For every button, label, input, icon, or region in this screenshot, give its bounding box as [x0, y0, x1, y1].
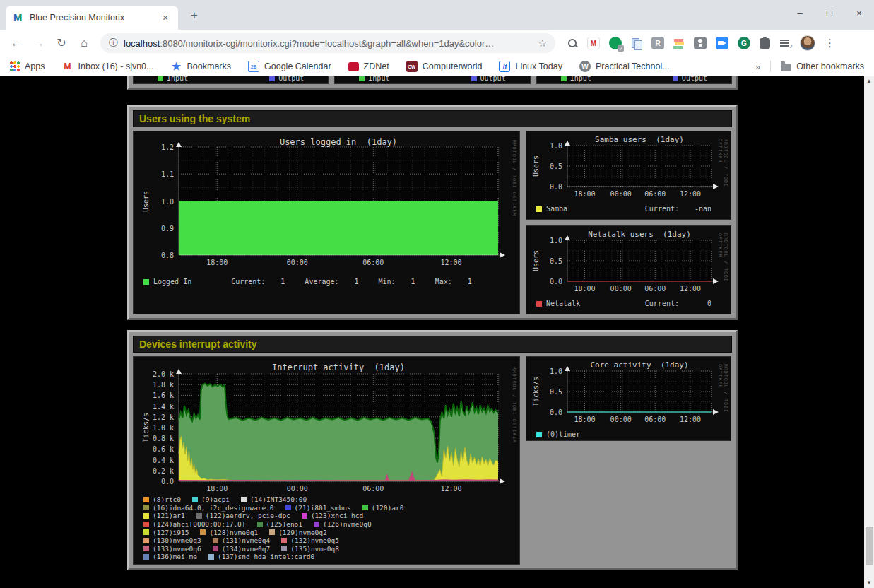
legend-label: Logged In [153, 278, 191, 286]
graph-users-logged-in: Users logged in (1day)Users1.21.11.00.90… [133, 131, 520, 314]
forward-button[interactable]: → [30, 34, 48, 52]
gmail-extension-icon[interactable]: M [587, 37, 600, 49]
tab-close-icon[interactable]: × [160, 12, 171, 23]
home-button[interactable]: ⌂ [75, 34, 93, 52]
grammarly-extension-icon[interactable]: G [738, 37, 750, 49]
lamp-extension-icon[interactable] [694, 37, 707, 49]
copy-pages-extension-icon[interactable] [631, 37, 642, 49]
legend-label: (122)aerdrv, pcie-dpc [206, 512, 290, 519]
legend-label: Netatalk [546, 300, 580, 307]
legend-swatch [143, 538, 149, 543]
new-tab-button[interactable]: + [187, 8, 202, 23]
browser-tab[interactable]: M Blue Precision Monitorix × [6, 6, 178, 30]
legend-label: (0)timer [546, 430, 580, 438]
scrollbar-thumb[interactable] [866, 527, 873, 565]
bookmark-practical-technology[interactable]: WPractical Technol... [579, 61, 670, 72]
y-tick-label: 1.0 k [140, 424, 174, 432]
reload-button[interactable]: ↻ [52, 34, 71, 52]
y-tick-label: 0.0 [528, 408, 562, 416]
stat-value: 0 [686, 300, 711, 307]
legend-swatch [269, 529, 275, 535]
stat-min: Min:1 [379, 278, 415, 286]
section-title-interrupts: Devices interrupt activity [133, 336, 732, 353]
zdnet-icon [348, 62, 359, 71]
y-tick-label: 0.5 [528, 163, 562, 170]
extensions-puzzle-icon[interactable] [760, 38, 770, 49]
graph-netatalk-users: Netatalk users (1day)Users1.00.50.018:00… [526, 225, 731, 314]
legend-label: (123)xhci_hcd [311, 512, 363, 519]
video-camera-extension-icon[interactable] [716, 37, 728, 49]
legend-row: (133)nvme0q6(134)nvme0q7(135)nvme0q8 [143, 545, 512, 553]
bookmark-bookmarks[interactable]: ★Bookmarks [171, 61, 232, 72]
star-icon: ★ [171, 61, 182, 72]
stat-value: 1 [403, 278, 415, 286]
browser-menu-icon[interactable]: ⋮ [825, 37, 832, 49]
legend-swatch [362, 505, 368, 510]
vertical-scrollbar[interactable]: ▲ ▼ [864, 76, 874, 588]
window-close-button[interactable]: × [854, 8, 864, 18]
stat-value: -nan [686, 205, 711, 213]
apps-grid-icon [10, 61, 20, 71]
bookmark-google-calendar[interactable]: 28Google Calendar [248, 61, 331, 72]
legend-swatch [241, 497, 247, 502]
legend-item: (125)eno1 [257, 520, 302, 528]
back-button[interactable]: ← [7, 34, 25, 52]
scroll-up-icon[interactable]: ▲ [864, 76, 874, 86]
y-tick-label: 1.2 k [140, 413, 174, 421]
legend-swatch [257, 522, 263, 527]
section-users: Users using the system Users logged in (… [127, 105, 738, 320]
y-tick-label: 2.0 k [140, 370, 174, 378]
stat-label: Min: [379, 278, 396, 286]
legend-swatch [143, 513, 149, 519]
legend-label: (133)nvme0q6 [153, 545, 201, 553]
interrupt-legend: (8)rtc0(9)acpi(14)INT3450:00(16)idma64.0… [143, 495, 512, 561]
output-swatch [471, 76, 477, 81]
search-icon[interactable] [567, 37, 578, 49]
stat-current: Current:0 [645, 300, 711, 307]
scroll-down-icon[interactable]: ▼ [864, 578, 874, 588]
r-extension-icon[interactable]: R [651, 37, 664, 49]
graph-interrupt-activity: Interrupt activity (1day)Ticks/s2.0 k1.8… [133, 356, 520, 565]
legend-item: (136)mei_me [143, 553, 197, 560]
bookmark-star-icon[interactable]: ☆ [538, 37, 547, 49]
legend-swatch [536, 206, 542, 212]
legend-row: (8)rtc0(9)acpi(14)INT3450:00 [143, 495, 512, 504]
legend-row: (130)nvme0q3(131)nvme0q4(132)nvme0q5 [143, 536, 512, 545]
y-tick-label: 1.0 [528, 142, 562, 150]
legend-row: (16)idma64.0, i2c_designware.0(21)i801_s… [143, 504, 512, 512]
legend-row: (121)ar1(122)aerdrv, pcie-dpc(123)xhci_h… [143, 512, 512, 520]
network-graph-panel: Input Output [133, 76, 329, 84]
legend-row: (0)timer [536, 430, 711, 438]
network-graph-panel: Input Output [536, 76, 732, 84]
url-text[interactable]: localhost:8080/monitorix-cgi/monitorix.c… [124, 38, 532, 49]
legend-row: (124)ahci[0000:00:17.0](125)eno1(126)nvm… [143, 520, 512, 529]
y-tick-label: 1.4 k [140, 403, 174, 411]
bookmark-inbox[interactable]: MInbox (16) - sjvn0... [62, 61, 154, 72]
graph-samba-users: Samba users (1day)Users1.00.50.018:0000:… [526, 131, 731, 220]
legend-swatch [302, 513, 307, 519]
legend-item: (135)nvme0q8 [281, 545, 339, 553]
y-tick-label: 1.0 [140, 198, 174, 206]
bookmark-computerworld[interactable]: CWComputerworld [406, 61, 483, 72]
google-voice-extension-icon[interactable] [609, 37, 622, 49]
window-maximize-button[interactable]: □ [825, 8, 834, 18]
window-minimize-button[interactable]: – [795, 8, 805, 18]
bookmark-linux-today[interactable]: ltLinux Today [499, 61, 562, 72]
page-info-icon[interactable]: ⓘ [109, 37, 118, 49]
playlist-extension-icon[interactable] [779, 38, 791, 48]
rrdtool-watermark: RRDTOOL / TOBI OETIKER [717, 364, 728, 421]
bookmark-zdnet[interactable]: ZDNet [348, 61, 389, 71]
address-bar[interactable]: ⓘ localhost:8080/monitorix-cgi/monitorix… [100, 33, 555, 53]
other-bookmarks[interactable]: Other bookmarks [781, 61, 864, 71]
input-swatch [561, 76, 567, 81]
input-swatch [158, 76, 163, 81]
bookmark-apps[interactable]: Apps [10, 61, 45, 71]
legend-label: (125)eno1 [266, 520, 302, 528]
profile-avatar[interactable] [800, 35, 815, 51]
books-stack-extension-icon[interactable] [673, 37, 685, 49]
legend-swatch [213, 538, 218, 543]
y-tick-label: 1.8 k [140, 381, 174, 389]
stat-label: Current: [645, 205, 679, 213]
bookmarks-overflow-chevron[interactable]: » [755, 61, 760, 72]
plot-area [179, 143, 508, 260]
